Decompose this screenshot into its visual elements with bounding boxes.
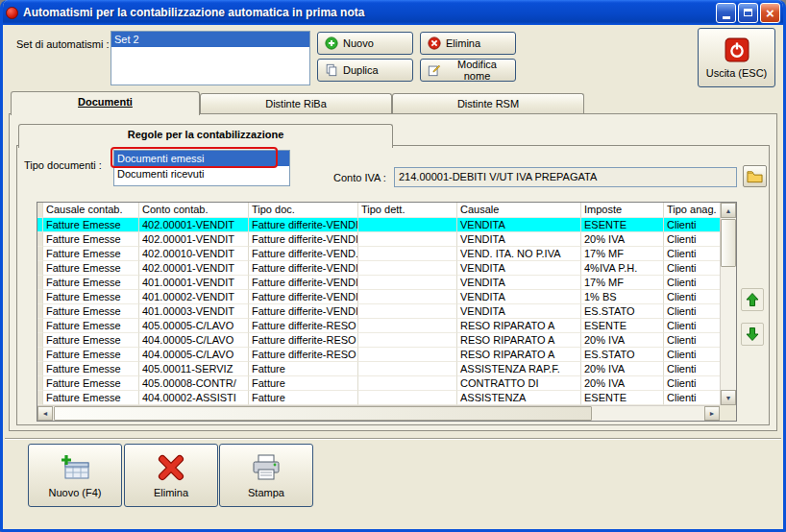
column-header[interactable]: Causale contab.: [43, 203, 139, 218]
tab-regole-contabilizzazione[interactable]: Regole per la contabilizzazione: [18, 124, 393, 148]
table-cell[interactable]: Fatture Emesse: [43, 376, 139, 391]
table-cell[interactable]: Fatture Emesse: [43, 319, 139, 333]
table-row[interactable]: Fatture Emesse405.00005-C/LAVOFatture di…: [37, 319, 720, 333]
table-cell[interactable]: Clienti: [664, 232, 720, 247]
table-cell[interactable]: Fatture differite-VENDITA: [249, 218, 358, 232]
table-cell[interactable]: Clienti: [664, 261, 720, 276]
table-cell[interactable]: RESO RIPARATO A: [457, 333, 581, 348]
table-cell[interactable]: [358, 333, 457, 348]
table-cell[interactable]: 402.00001-VENDIT: [139, 218, 249, 232]
set-list-item[interactable]: Set 2: [111, 32, 309, 47]
table-row[interactable]: Fatture Emesse401.00003-VENDITFatture di…: [37, 304, 720, 319]
conto-iva-field[interactable]: 214.00001-DEBITI V/UT IVA PREPAGATA: [394, 167, 737, 187]
table-cell[interactable]: Clienti: [664, 276, 720, 290]
table-cell[interactable]: Fatture Emesse: [43, 276, 139, 290]
nuovo-f4-button[interactable]: Nuovo (F4): [28, 444, 122, 507]
table-cell[interactable]: [358, 376, 457, 391]
table-cell[interactable]: [358, 304, 457, 319]
table-cell[interactable]: [358, 232, 457, 247]
table-cell[interactable]: 405.00008-CONTR/: [139, 376, 249, 391]
table-row[interactable]: Fatture Emesse405.00008-CONTR/FattureCON…: [37, 376, 720, 391]
table-cell[interactable]: ASSISTENZA: [457, 391, 581, 405]
column-header[interactable]: Imposte: [581, 203, 664, 218]
column-header[interactable]: Causale: [457, 203, 581, 218]
table-cell[interactable]: [358, 362, 457, 376]
table-cell[interactable]: 17% MF: [581, 247, 664, 261]
table-cell[interactable]: 404.00005-C/LAVO: [139, 348, 249, 362]
table-cell[interactable]: VENDITA: [457, 290, 581, 304]
table-cell[interactable]: [358, 247, 457, 261]
table-cell[interactable]: VENDITA: [457, 261, 581, 276]
table-cell[interactable]: Fatture Emesse: [43, 304, 139, 319]
table-row[interactable]: Fatture Emesse401.00002-VENDITFatture di…: [37, 290, 720, 304]
table-cell[interactable]: 4%IVA P.H.: [581, 261, 664, 276]
vertical-scrollbar[interactable]: ▲ ▼: [720, 203, 736, 405]
conto-iva-browse-button[interactable]: [743, 165, 767, 187]
table-row[interactable]: Fatture Emesse402.00001-VENDITFatture di…: [37, 232, 720, 247]
table-cell[interactable]: Fatture Emesse: [43, 391, 139, 405]
table-cell[interactable]: Fatture differite-RESO: [249, 319, 358, 333]
table-cell[interactable]: 402.00001-VENDIT: [139, 261, 249, 276]
table-cell[interactable]: Clienti: [664, 319, 720, 333]
duplica-button[interactable]: Duplica: [317, 59, 413, 82]
table-cell[interactable]: Fatture differite-VENDITA: [249, 290, 358, 304]
scroll-up-button[interactable]: ▲: [721, 203, 736, 218]
table-cell[interactable]: Clienti: [664, 348, 720, 362]
table-cell[interactable]: VEND. ITA. NO P.IVA: [457, 247, 581, 261]
table-cell[interactable]: Clienti: [664, 333, 720, 348]
table-cell[interactable]: [358, 276, 457, 290]
column-header[interactable]: Conto contab.: [139, 203, 249, 218]
stampa-button[interactable]: Stampa: [219, 444, 313, 507]
table-cell[interactable]: 405.00005-C/LAVO: [139, 319, 249, 333]
table-cell[interactable]: Fatture Emesse: [43, 290, 139, 304]
table-cell[interactable]: 404.00005-C/LAVO: [139, 333, 249, 348]
scroll-left-button[interactable]: ◄: [37, 406, 53, 421]
table-cell[interactable]: Fatture differite-RESO: [249, 333, 358, 348]
tab-distinte-rsm[interactable]: Distinte RSM: [392, 93, 584, 114]
table-row[interactable]: Fatture Emesse402.00001-VENDITFatture di…: [37, 261, 720, 276]
table-row[interactable]: Fatture Emesse402.00010-VENDITFatture di…: [37, 247, 720, 261]
nuovo-set-button[interactable]: Nuovo: [317, 32, 413, 55]
table-cell[interactable]: Fatture differite-RESO: [249, 348, 358, 362]
table-cell[interactable]: Clienti: [664, 247, 720, 261]
table-cell[interactable]: 402.00001-VENDIT: [139, 232, 249, 247]
table-cell[interactable]: 401.00002-VENDIT: [139, 290, 249, 304]
uscita-button[interactable]: Uscita (ESC): [698, 28, 775, 87]
elimina-button[interactable]: Elimina: [124, 444, 218, 507]
table-cell[interactable]: Fatture Emesse: [43, 218, 139, 232]
table-cell[interactable]: Fatture differite-VENDITA: [249, 232, 358, 247]
move-row-up-button[interactable]: [741, 288, 764, 311]
modifica-nome-button[interactable]: Modifica nome: [420, 59, 516, 82]
table-row[interactable]: Fatture Emesse405.00011-SERVIZFattureASS…: [37, 362, 720, 376]
table-cell[interactable]: RESO RIPARATO A: [457, 319, 581, 333]
column-header[interactable]: Tipo doc.: [249, 203, 358, 218]
minimize-button[interactable]: [716, 3, 736, 23]
table-cell[interactable]: Fatture Emesse: [43, 362, 139, 376]
table-cell[interactable]: 20% IVA: [581, 232, 664, 247]
table-cell[interactable]: 401.00003-VENDIT: [139, 304, 249, 319]
table-cell[interactable]: 404.00002-ASSISTI: [139, 391, 249, 405]
table-cell[interactable]: 401.00001-VENDIT: [139, 276, 249, 290]
table-cell[interactable]: 405.00011-SERVIZ: [139, 362, 249, 376]
table-cell[interactable]: VENDITA: [457, 304, 581, 319]
table-row[interactable]: Fatture Emesse404.00005-C/LAVOFatture di…: [37, 348, 720, 362]
move-row-down-button[interactable]: [741, 323, 764, 346]
table-cell[interactable]: Fatture Emesse: [43, 247, 139, 261]
table-row[interactable]: Fatture Emesse404.00002-ASSISTIFattureAS…: [37, 391, 720, 405]
table-cell[interactable]: Fatture Emesse: [43, 333, 139, 348]
table-cell[interactable]: Fatture differite-VENDITA: [249, 261, 358, 276]
table-cell[interactable]: CONTRATTO DI: [457, 376, 581, 391]
vertical-scroll-thumb[interactable]: [721, 219, 736, 267]
column-header[interactable]: Tipo dett.: [358, 203, 457, 218]
horizontal-scrollbar[interactable]: ◄ ►: [37, 405, 720, 421]
table-cell[interactable]: Fatture differite-VEND.: [249, 247, 358, 261]
table-cell[interactable]: VENDITA: [457, 232, 581, 247]
table-cell[interactable]: 20% IVA: [581, 376, 664, 391]
tipo-documenti-option-emessi[interactable]: Documenti emessi: [114, 151, 289, 166]
tab-distinte-riba[interactable]: Distinte RiBa: [200, 93, 392, 114]
table-cell[interactable]: Clienti: [664, 304, 720, 319]
table-cell[interactable]: 402.00010-VENDIT: [139, 247, 249, 261]
table-cell[interactable]: ASSISTENZA RAP.F.: [457, 362, 581, 376]
tipo-documenti-option-ricevuti[interactable]: Documenti ricevuti: [114, 166, 289, 181]
table-cell[interactable]: Fatture Emesse: [43, 261, 139, 276]
